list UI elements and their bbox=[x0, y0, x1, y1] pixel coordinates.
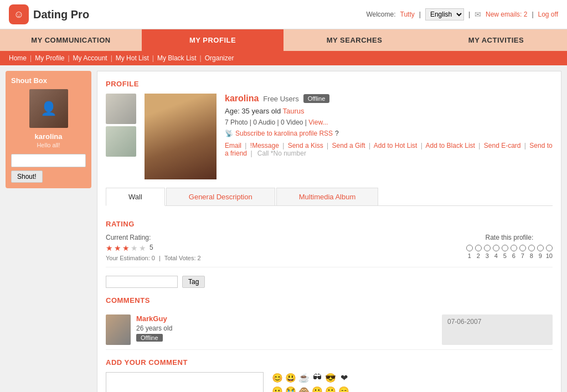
rate-radio-5: 5 bbox=[502, 245, 508, 259]
header-username[interactable]: Tutty bbox=[400, 11, 415, 18]
profile-thumbnails bbox=[106, 94, 136, 179]
action-gift[interactable]: Send a Gift bbox=[332, 142, 365, 149]
emoji-panel: 😊 😃 ☕ 🕶 😎 ❤ 😛 😭 🐵 😀 🙂 😑 bbox=[272, 372, 349, 392]
subnav-black-list[interactable]: My Black List bbox=[157, 54, 197, 62]
logoff-link[interactable]: Log off bbox=[538, 11, 558, 18]
profile-type: Free Users bbox=[263, 95, 298, 103]
comment-username[interactable]: MarkGuy bbox=[136, 314, 167, 323]
comment-age: 26 years old bbox=[136, 324, 436, 332]
thumbnail-2[interactable] bbox=[106, 126, 136, 157]
view-media-link[interactable]: View... bbox=[308, 118, 328, 126]
rate-radio-input-9[interactable] bbox=[537, 245, 544, 251]
star-3: ★ bbox=[122, 244, 130, 252]
subnav-sep-1: | bbox=[30, 54, 32, 62]
emoji-happy[interactable]: 😀 bbox=[312, 385, 323, 392]
rate-radio-input-5[interactable] bbox=[502, 245, 508, 251]
logo-text: Dating Pro bbox=[33, 8, 89, 21]
new-emails-link[interactable]: New emails: 2 bbox=[486, 11, 527, 18]
tag-input[interactable] bbox=[106, 276, 178, 288]
header-separator-2: | bbox=[468, 11, 470, 18]
rate-radio-3: 3 bbox=[484, 245, 491, 259]
main-layout: Shout Box 👤 karolina Hello all! Shout! P… bbox=[0, 65, 567, 392]
emoji-slight-smile[interactable]: 🙂 bbox=[325, 385, 336, 392]
profile-header: karolina Free Users Offline Age: 35 year… bbox=[106, 94, 553, 179]
action-imessage[interactable]: !Message bbox=[250, 142, 279, 149]
thumbnail-1[interactable] bbox=[106, 94, 136, 124]
rate-radio-input-4[interactable] bbox=[493, 245, 499, 251]
comment-body: MarkGuy 26 years old Offline bbox=[136, 314, 436, 345]
action-call: Call *No number bbox=[257, 149, 306, 157]
star-4: ★ bbox=[131, 244, 138, 252]
star-2: ★ bbox=[114, 244, 121, 252]
comment-textarea[interactable] bbox=[106, 372, 264, 392]
rss-row: 📡 Subscribe to karolina profile RSS ? bbox=[225, 130, 553, 137]
tab-my-searches[interactable]: MY SEARCHES bbox=[284, 29, 425, 51]
content-tabs: Wall General Description Multimedia Albu… bbox=[106, 188, 553, 206]
shout-input[interactable] bbox=[11, 154, 86, 167]
emoji-cry[interactable]: 😭 bbox=[285, 385, 296, 392]
tab-general-description[interactable]: General Description bbox=[166, 188, 275, 205]
profile-username: karolina bbox=[225, 94, 259, 104]
emoji-monkey[interactable]: 🐵 bbox=[298, 385, 310, 392]
rate-radio-1: 1 bbox=[466, 245, 473, 259]
rate-radio-7: 7 bbox=[519, 245, 526, 259]
rate-radio-input-10[interactable] bbox=[546, 245, 553, 251]
emoji-heart[interactable]: ❤ bbox=[338, 372, 349, 383]
emoji-neutral[interactable]: 😑 bbox=[338, 385, 349, 392]
action-ecard[interactable]: Send E-card bbox=[484, 142, 521, 149]
main-nav: MY COMMUNICATION MY PROFILE MY SEARCHES … bbox=[0, 29, 567, 51]
header-separator-1: | bbox=[419, 11, 421, 18]
rate-num-7: 7 bbox=[521, 252, 524, 259]
emoji-sunglasses[interactable]: 🕶 bbox=[312, 372, 323, 383]
profile-photo-inner bbox=[145, 94, 217, 179]
rate-radio-input-2[interactable] bbox=[475, 245, 482, 251]
zodiac-link[interactable]: Taurus bbox=[283, 107, 305, 115]
emoji-cool[interactable]: 😎 bbox=[325, 372, 336, 383]
rate-radio-input-6[interactable] bbox=[511, 245, 517, 251]
action-kiss[interactable]: Send a Kiss bbox=[288, 142, 323, 149]
emoji-grin[interactable]: 😃 bbox=[285, 372, 296, 383]
rate-radio-input-7[interactable] bbox=[519, 245, 526, 251]
tag-button[interactable]: Tag bbox=[182, 276, 205, 288]
tab-my-communication[interactable]: MY COMMUNICATION bbox=[0, 29, 142, 51]
rate-radios-row: 1 2 3 4 bbox=[466, 245, 553, 259]
subnav-hot-list[interactable]: My Hot List bbox=[116, 54, 149, 62]
action-email[interactable]: Email bbox=[225, 142, 241, 149]
emoji-coffee[interactable]: ☕ bbox=[298, 372, 310, 383]
subnav-sep-2: | bbox=[68, 54, 69, 62]
subnav-organizer[interactable]: Organizer bbox=[205, 54, 234, 62]
rate-radio-input-8[interactable] bbox=[528, 245, 535, 251]
sidebar: Shout Box 👤 karolina Hello all! Shout! bbox=[6, 71, 91, 392]
logo-icon: ☺ bbox=[9, 4, 29, 24]
subnav-my-account[interactable]: My Account bbox=[73, 54, 107, 62]
tab-wall[interactable]: Wall bbox=[106, 188, 165, 206]
tab-multimedia-album[interactable]: Multimedia Album bbox=[276, 188, 379, 205]
tab-my-activities[interactable]: MY ACTIVITIES bbox=[425, 29, 567, 51]
profile-main-photo bbox=[145, 94, 217, 179]
rate-num-6: 6 bbox=[512, 252, 516, 259]
comments-title: COMMENTS bbox=[106, 296, 553, 305]
rating-stars: ★ ★ ★ ★ ★ 5 bbox=[106, 244, 201, 252]
action-hotlist[interactable]: Add to Hot List bbox=[374, 142, 417, 149]
shout-box-title: Shout Box bbox=[11, 76, 86, 85]
emoji-tongue[interactable]: 😛 bbox=[272, 385, 283, 392]
rating-left: Current Rating: ★ ★ ★ ★ ★ 5 Your Estimat… bbox=[106, 234, 201, 261]
comments-section: COMMENTS MarkGuy 26 years old Offline 07… bbox=[106, 296, 553, 350]
rate-radio-input-1[interactable] bbox=[466, 245, 473, 251]
rate-radio-input-3[interactable] bbox=[484, 245, 491, 251]
shout-box: Shout Box 👤 karolina Hello all! Shout! bbox=[6, 71, 91, 188]
action-blacklist[interactable]: Add to Black List bbox=[426, 142, 475, 149]
welcome-text: Welcome: bbox=[366, 11, 395, 18]
emoji-smile[interactable]: 😊 bbox=[272, 372, 283, 383]
language-select[interactable]: English bbox=[425, 8, 464, 20]
profile-actions: Email | !Message | Send a Kiss | Send a … bbox=[225, 142, 553, 157]
subnav-home[interactable]: Home bbox=[9, 54, 27, 62]
rss-link[interactable]: Subscribe to karolina profile RSS bbox=[235, 130, 333, 137]
subnav-my-profile[interactable]: My Profile bbox=[35, 54, 64, 62]
subnav-sep-5: | bbox=[200, 54, 202, 62]
tab-my-profile[interactable]: MY PROFILE bbox=[142, 29, 284, 51]
profile-age: Age: 35 years old Taurus bbox=[225, 107, 553, 115]
shout-button[interactable]: Shout! bbox=[11, 171, 43, 183]
emoji-row-1: 😊 😃 ☕ 🕶 😎 ❤ bbox=[272, 372, 349, 383]
subnav-sep-4: | bbox=[152, 54, 154, 62]
